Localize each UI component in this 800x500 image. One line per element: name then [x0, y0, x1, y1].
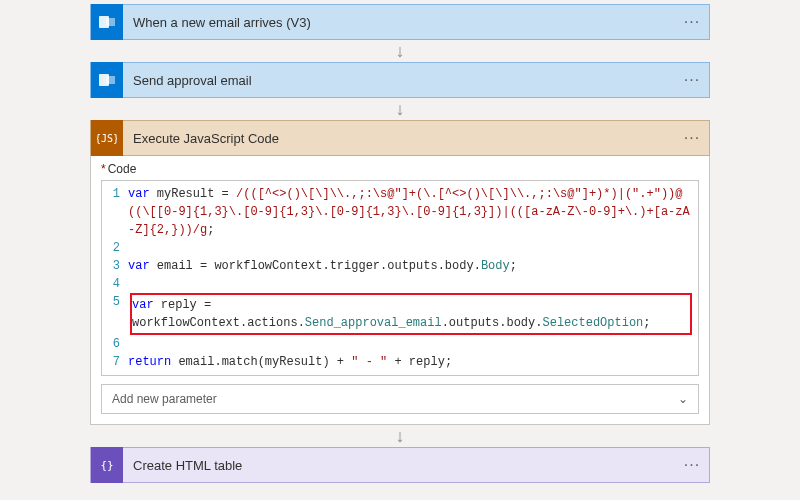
trigger-menu[interactable]: ··· — [675, 13, 709, 31]
line-number: 3 — [102, 257, 128, 275]
line-number: 2 — [102, 239, 128, 257]
add-parameter-label: Add new parameter — [112, 392, 217, 406]
table-menu[interactable]: ··· — [675, 456, 709, 474]
line-number: 5 — [102, 293, 128, 311]
trigger-card[interactable]: When a new email arrives (V3) ··· — [90, 4, 710, 40]
svg-rect-3 — [106, 76, 115, 84]
arrow-icon: ↓ — [90, 98, 710, 120]
line-number: 1 — [102, 185, 128, 239]
code-line: 3 var email = workflowContext.trigger.ou… — [102, 257, 698, 275]
svg-text:{JS}: {JS} — [97, 133, 117, 144]
svg-rect-1 — [106, 18, 115, 26]
javascript-icon: {JS} — [91, 120, 123, 156]
trigger-title: When a new email arrives (V3) — [123, 15, 675, 30]
approval-card[interactable]: Send approval email ··· — [90, 62, 710, 98]
table-title: Create HTML table — [123, 458, 675, 473]
chevron-down-icon: ⌄ — [678, 392, 688, 406]
outlook-icon — [91, 62, 123, 98]
add-parameter-dropdown[interactable]: Add new parameter ⌄ — [101, 384, 699, 414]
data-operations-icon: {} — [91, 447, 123, 483]
approval-menu[interactable]: ··· — [675, 71, 709, 89]
arrow-icon: ↓ — [90, 425, 710, 447]
code-line: 4 — [102, 275, 698, 293]
outlook-icon — [91, 4, 123, 40]
svg-text:{}: {} — [100, 459, 113, 472]
line-number: 4 — [102, 275, 128, 293]
code-line: 7 return email.match(myResult) + " - " +… — [102, 353, 698, 371]
code-line: 1 var myResult = /(([^<>()\[\]\\.,;:\s@"… — [102, 185, 698, 239]
line-number: 7 — [102, 353, 128, 371]
code-line: 6 — [102, 335, 698, 353]
code-line: 2 — [102, 239, 698, 257]
code-field-label: *Code — [101, 162, 699, 176]
jscode-body: *Code 1 var myResult = /(([^<>()\[\]\\.,… — [90, 156, 710, 425]
approval-title: Send approval email — [123, 73, 675, 88]
jscode-title: Execute JavaScript Code — [123, 131, 675, 146]
arrow-icon: ↓ — [90, 40, 710, 62]
code-line: 5 — [102, 293, 698, 311]
jscode-card-header[interactable]: {JS} Execute JavaScript Code ··· — [90, 120, 710, 156]
line-number: 6 — [102, 335, 128, 353]
table-card[interactable]: {} Create HTML table ··· — [90, 447, 710, 483]
jscode-menu[interactable]: ··· — [675, 129, 709, 147]
code-editor[interactable]: 1 var myResult = /(([^<>()\[\]\\.,;:\s@"… — [101, 180, 699, 376]
